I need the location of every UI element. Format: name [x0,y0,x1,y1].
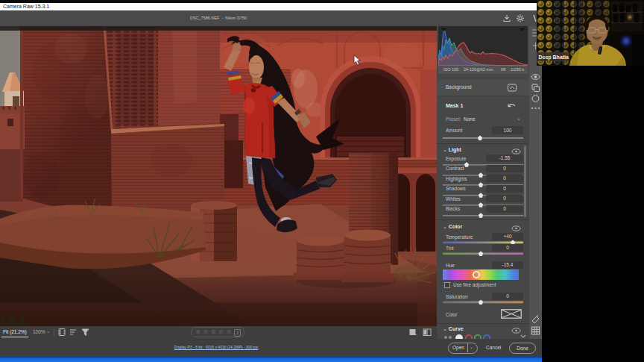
svg-text:Deep Bhatia: Deep Bhatia [539,54,569,60]
